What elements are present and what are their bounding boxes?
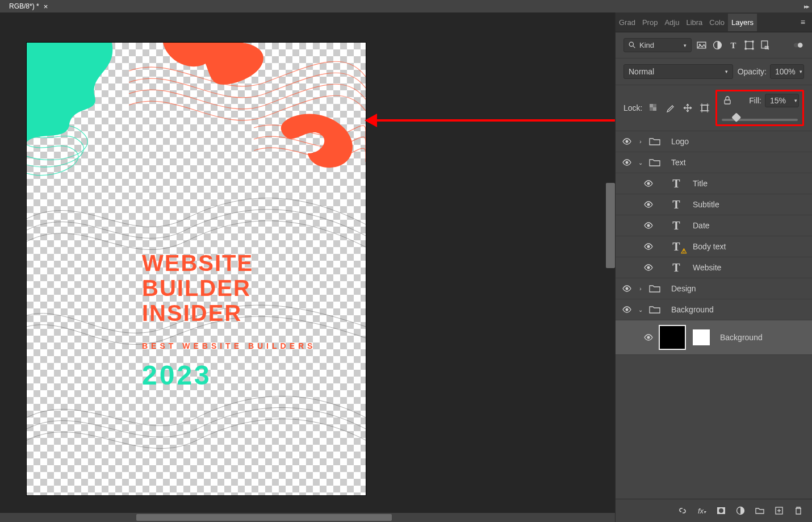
layer-name: Design <box>671 284 696 293</box>
layers-bottom-bar: fx▾ <box>616 499 812 522</box>
filter-shape-icon[interactable] <box>743 39 755 52</box>
layer-row[interactable]: ›Logo <box>616 131 812 152</box>
svg-text:T: T <box>730 41 736 50</box>
svg-rect-9 <box>744 41 746 43</box>
tab-gradients[interactable]: Grad <box>616 14 639 31</box>
trash-icon[interactable] <box>793 505 804 516</box>
visibility-icon[interactable] <box>643 222 654 229</box>
expand-panels-icon[interactable]: ▸▸ <box>804 3 809 10</box>
tab-properties[interactable]: Prop <box>639 14 661 31</box>
type-layer-icon: T <box>670 241 683 252</box>
chevron-right-icon[interactable]: › <box>637 286 644 292</box>
layer-row[interactable]: TBody text <box>616 236 812 257</box>
canvas-year: 2023 <box>142 360 316 391</box>
visibility-icon[interactable] <box>621 306 633 313</box>
visibility-icon[interactable] <box>643 264 654 271</box>
link-layers-icon[interactable] <box>677 505 688 516</box>
type-layer-icon: T <box>670 262 683 273</box>
visibility-icon[interactable] <box>643 334 654 341</box>
filter-toggle-switch[interactable] <box>792 39 804 52</box>
fill-input[interactable]: 15% ▾ <box>765 94 799 107</box>
svg-point-33 <box>647 266 650 269</box>
canvas[interactable]: WEBSITE BUILDER INSIDER BEST WEBSITE BUI… <box>27 43 366 495</box>
mask-icon[interactable] <box>715 505 727 516</box>
lock-position-icon[interactable] <box>681 101 694 115</box>
svg-point-2 <box>629 42 633 46</box>
layer-name: Logo <box>671 137 689 146</box>
chevron-down-icon: ▾ <box>725 69 728 74</box>
svg-point-27 <box>626 140 629 143</box>
blend-opacity-row: Normal ▾ Opacity: 100% ▾ <box>616 59 812 85</box>
svg-point-36 <box>647 336 650 339</box>
opacity-label: Opacity: <box>738 67 767 76</box>
layer-row[interactable]: ⌄Background <box>616 299 812 320</box>
tab-color[interactable]: Colo <box>706 14 728 31</box>
filter-pixel-icon[interactable] <box>695 39 708 52</box>
layer-row[interactable]: TWebsite <box>616 257 812 278</box>
svg-point-16 <box>798 43 803 48</box>
search-icon <box>629 41 636 49</box>
chevron-right-icon[interactable]: › <box>637 139 644 145</box>
layer-name: Body text <box>693 242 726 251</box>
layer-row[interactable]: TTitle <box>616 173 812 194</box>
layer-row[interactable]: TSubtitle <box>616 194 812 215</box>
layer-thumbnail <box>659 325 686 350</box>
opacity-input[interactable]: 100% ▾ <box>770 64 804 79</box>
filter-kind-select[interactable]: Kind ▾ <box>623 38 692 52</box>
svg-point-32 <box>647 245 650 248</box>
fill-slider[interactable] <box>722 119 798 121</box>
folder-icon <box>648 157 661 168</box>
adjustment-layer-icon[interactable] <box>735 505 746 516</box>
vertical-scrollbar[interactable] <box>606 183 615 268</box>
lock-paint-icon[interactable] <box>664 101 677 115</box>
layer-name: Subtitle <box>693 200 719 209</box>
close-icon[interactable]: × <box>44 2 48 11</box>
canvas-area: WEBSITE BUILDER INSIDER BEST WEBSITE BUI… <box>0 12 615 522</box>
layer-row[interactable]: ›Design <box>616 278 812 299</box>
svg-rect-21 <box>702 105 708 111</box>
layer-row[interactable]: Background <box>616 320 812 355</box>
panel-menu-icon[interactable]: ≡ <box>794 18 812 27</box>
filter-adjustment-icon[interactable] <box>711 39 723 52</box>
layer-row[interactable]: TDate <box>616 215 812 236</box>
fill-label: Fill: <box>749 96 761 105</box>
chevron-down-icon[interactable]: ⌄ <box>637 160 644 166</box>
visibility-icon[interactable] <box>643 201 654 208</box>
group-icon[interactable] <box>754 505 765 516</box>
document-tab[interactable]: RGB/8*) * × <box>3 1 53 12</box>
type-layer-icon: T <box>670 220 683 231</box>
lock-artboard-icon[interactable] <box>698 101 711 115</box>
svg-point-35 <box>626 308 629 311</box>
document-title: RGB/8*) * <box>9 2 39 10</box>
filter-smart-icon[interactable] <box>759 39 771 52</box>
folder-icon <box>648 283 661 294</box>
layer-name: Background <box>720 333 763 342</box>
chevron-down-icon[interactable]: ⌄ <box>637 307 644 313</box>
type-layer-icon: T <box>670 178 683 189</box>
blend-mode-select[interactable]: Normal ▾ <box>623 64 733 79</box>
lock-fill-row: Lock: Fill: 15% ▾ <box>616 85 812 131</box>
filter-type-icon[interactable]: T <box>727 39 739 52</box>
svg-rect-18 <box>653 104 656 107</box>
svg-point-31 <box>647 224 650 227</box>
tab-libraries[interactable]: Libra <box>683 14 706 31</box>
visibility-icon[interactable] <box>643 243 654 250</box>
lock-transparency-icon[interactable] <box>647 101 659 115</box>
lock-all-icon[interactable] <box>721 94 734 107</box>
mask-thumbnail <box>693 329 710 345</box>
visibility-icon[interactable] <box>643 180 654 187</box>
tab-adjustments[interactable]: Adju <box>661 14 683 31</box>
right-panel: Grad Prop Adju Libra Colo Layers ≡ Kind … <box>615 12 812 522</box>
svg-rect-17 <box>650 104 653 107</box>
visibility-icon[interactable] <box>621 138 633 145</box>
svg-point-29 <box>647 182 650 185</box>
visibility-icon[interactable] <box>621 159 633 166</box>
fx-icon[interactable]: fx▾ <box>696 505 708 516</box>
horizontal-scrollbar[interactable] <box>0 513 615 522</box>
layer-row[interactable]: ⌄Text <box>616 152 812 173</box>
tab-layers[interactable]: Layers <box>728 14 757 31</box>
canvas-text-block: WEBSITE BUILDER INSIDER BEST WEBSITE BUI… <box>142 250 316 391</box>
visibility-icon[interactable] <box>621 285 633 292</box>
layer-name: Text <box>671 158 686 167</box>
new-layer-icon[interactable] <box>773 505 785 516</box>
